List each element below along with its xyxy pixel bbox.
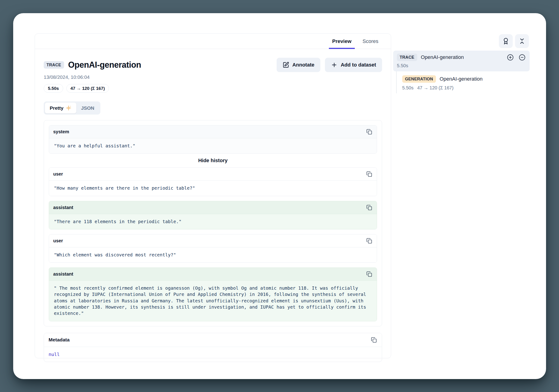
annotate-button[interactable]: Annotate: [277, 58, 320, 72]
trace-type-badge: TRACE: [397, 53, 417, 61]
trace-tree-item-row: TRACE OpenAI-generation: [397, 53, 525, 61]
copy-icon: [371, 337, 377, 343]
message-header: user: [49, 234, 377, 247]
latency-badge: 5.50s: [44, 84, 63, 93]
trace-tree-item-trace[interactable]: TRACE OpenAI-generation 5.50s: [393, 51, 530, 71]
tab-scores[interactable]: Scores: [357, 34, 384, 49]
sparkles-icon: [66, 105, 72, 111]
message-header: assistant: [49, 201, 377, 214]
trace-type-badge: TRACE: [44, 61, 64, 69]
copy-message-button[interactable]: [366, 171, 373, 178]
plus-icon: [331, 62, 337, 68]
trace-tree-item-title: OpenAI-generation: [421, 54, 464, 60]
message-block-assistant: assistant " The most recently confirmed …: [49, 267, 377, 321]
token-usage-badge: 47 → 120 (Σ 167): [66, 84, 109, 93]
tab-preview[interactable]: Preview: [326, 34, 357, 49]
message-block-assistant: assistant "There are 118 elements in the…: [49, 201, 377, 229]
annotation-queue-button[interactable]: [499, 34, 513, 48]
generation-tree-item-title: OpenAI-generation: [440, 76, 483, 82]
copy-message-button[interactable]: [366, 238, 373, 244]
copy-icon: [366, 129, 372, 135]
tab-scores-label: Scores: [363, 38, 378, 44]
tree-expand-controls: [507, 54, 525, 61]
copy-message-button[interactable]: [366, 271, 373, 277]
trace-timestamp: 13/08/2024, 10:06:04: [44, 74, 382, 80]
message-role-label: system: [53, 129, 69, 134]
metric-badges: 5.50s 47 → 120 (Σ 167): [44, 84, 382, 93]
message-body: " The most recently confirmed element is…: [49, 281, 377, 321]
page-title: OpenAI-generation: [68, 60, 141, 70]
message-role-label: user: [53, 171, 63, 177]
message-header: user: [49, 168, 377, 181]
tab-bar: Preview Scores: [35, 34, 391, 49]
metadata-header: Metadata: [44, 333, 382, 347]
generation-latency: 5.50s: [402, 85, 413, 90]
copy-icon: [366, 271, 372, 277]
generation-token-usage: 47 → 120 (Σ 167): [417, 85, 454, 90]
expand-all-icon[interactable]: [507, 54, 514, 61]
message-header: assistant: [49, 268, 377, 281]
json-toggle-label: JSON: [81, 105, 94, 111]
metadata-title: Metadata: [48, 337, 70, 343]
generation-tree-item-row: GENERATION OpenAI-generation: [402, 75, 530, 83]
copy-icon: [366, 238, 372, 244]
generation-type-badge: GENERATION: [402, 75, 436, 83]
message-block-user: user "Which element was discovered most …: [49, 234, 377, 263]
title-actions: Annotate Add to dataset: [277, 58, 382, 72]
view-mode-toggle: Pretty JSON: [44, 101, 100, 115]
panel-body: TRACE OpenAI-generation Annotate Add to …: [35, 49, 391, 362]
trace-preview-panel: Preview Scores TRACE OpenAI-generation: [35, 34, 391, 358]
top-actions: [499, 34, 529, 48]
trace-tree: TRACE OpenAI-generation 5.50s GENERATION…: [393, 51, 530, 93]
metadata-value: null: [48, 352, 60, 357]
message-content: "Which element was discovered most recen…: [54, 252, 372, 258]
copy-metadata-button[interactable]: [371, 337, 377, 343]
pretty-toggle-label: Pretty: [50, 105, 64, 111]
trace-tree-item-metrics: 5.50s: [397, 63, 525, 68]
message-block-user: user "How many elements are there in the…: [49, 168, 377, 196]
message-body: "You are a helpful assistant.": [49, 138, 377, 153]
chevrons-collapse-icon: [519, 38, 525, 45]
message-header: system: [49, 125, 377, 138]
message-role-label: user: [53, 238, 63, 243]
metadata-card: Metadata null: [44, 333, 382, 362]
copy-icon: [366, 205, 372, 210]
message-role-label: assistant: [53, 271, 73, 277]
message-content: "There are 118 elements in the periodic …: [54, 219, 372, 225]
message-content: "You are a helpful assistant.": [54, 143, 372, 149]
json-view-toggle[interactable]: JSON: [76, 103, 99, 113]
copy-message-button[interactable]: [366, 204, 373, 211]
hide-history-button[interactable]: Hide history: [198, 158, 228, 164]
trace-tree-item-generation[interactable]: GENERATION OpenAI-generation 5.50s 47 → …: [396, 71, 530, 93]
copy-icon: [366, 171, 372, 177]
message-body: "Which element was discovered most recen…: [49, 247, 377, 262]
add-to-dataset-button[interactable]: Add to dataset: [325, 58, 382, 72]
collapse-all-icon[interactable]: [519, 54, 525, 61]
metadata-body: null: [44, 347, 382, 362]
io-preview-card: system "You are a helpful assistant." Hi…: [44, 120, 382, 326]
page-background: Preview Scores TRACE OpenAI-generation: [0, 0, 559, 392]
annotate-button-label: Annotate: [292, 62, 314, 68]
message-role-label: assistant: [53, 205, 73, 210]
message-block-system: system "You are a helpful assistant.": [49, 125, 377, 154]
add-to-dataset-button-label: Add to dataset: [341, 62, 376, 68]
trace-header: TRACE OpenAI-generation Annotate Add to …: [44, 58, 382, 93]
collapse-panel-button[interactable]: [515, 34, 529, 48]
message-body: "There are 118 elements in the periodic …: [49, 214, 377, 229]
trace-detail-card: Preview Scores TRACE OpenAI-generation: [13, 13, 546, 379]
title-row: TRACE OpenAI-generation Annotate Add to …: [44, 58, 382, 72]
active-tab-indicator: [329, 48, 354, 49]
award-icon: [502, 38, 509, 45]
tab-preview-label: Preview: [332, 38, 351, 44]
trace-latency: 5.50s: [397, 63, 408, 68]
generation-tree-item-metrics: 5.50s 47 → 120 (Σ 167): [402, 85, 530, 90]
pretty-view-toggle[interactable]: Pretty: [45, 103, 76, 113]
message-content: "How many elements are there in the peri…: [54, 185, 372, 191]
message-body: "How many elements are there in the peri…: [49, 181, 377, 196]
message-content: " The most recently confirmed element is…: [54, 285, 372, 316]
copy-message-button[interactable]: [366, 128, 373, 135]
edit-pen-icon: [283, 62, 289, 68]
